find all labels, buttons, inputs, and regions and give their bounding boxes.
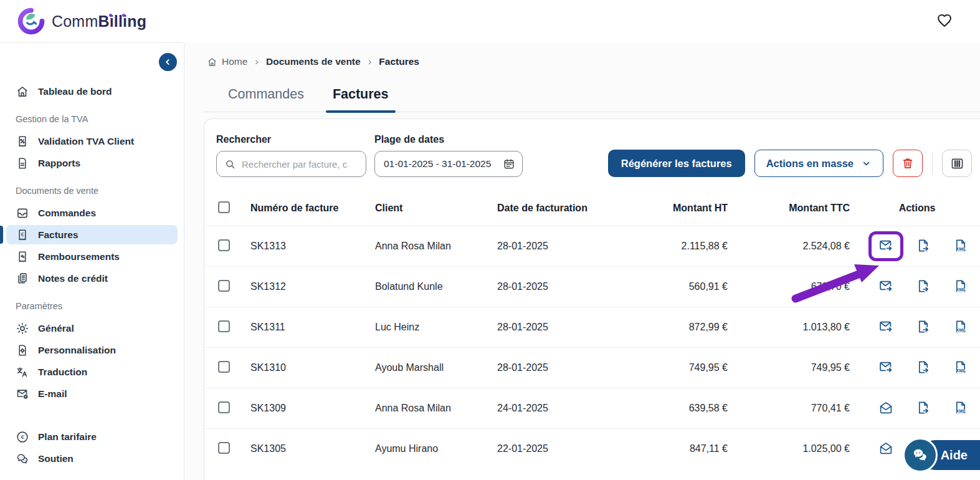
column-settings-button[interactable] [942, 150, 972, 177]
date-range-input[interactable]: 01-01-2025 - 31-01-2025 [374, 151, 523, 177]
sidebar-section-parametres: Paramètres [16, 301, 168, 314]
sidebar-item-plan-tarifaire[interactable]: €Plan tarifaire [6, 427, 178, 446]
breadcrumb-factures[interactable]: Factures [379, 56, 419, 67]
export-invoice-button[interactable] [913, 236, 934, 257]
sidebar-item-notes-de-credit[interactable]: Notes de crédit [6, 269, 178, 288]
send-invoice-email-button[interactable] [875, 438, 897, 459]
export-invoice-button[interactable] [913, 317, 934, 338]
row-actions: XML [850, 357, 980, 378]
row-checkbox[interactable] [218, 442, 230, 454]
invoice-date-cell: 28-01-2025 [497, 362, 647, 373]
file-export-icon [916, 400, 931, 417]
sidebar-item-validation-tva-client[interactable]: Validation TVA Client [6, 132, 178, 151]
top-bar: CommBilling [0, 0, 980, 42]
file-export-icon [916, 319, 931, 336]
row-checkbox[interactable] [218, 239, 230, 251]
row-checkbox-cell [218, 239, 250, 254]
amount-ttc-cell: 1.025,00 € [728, 443, 850, 454]
delete-selected-button[interactable] [893, 150, 923, 177]
row-actions: XML [850, 236, 980, 257]
download-xml-button[interactable]: XML [950, 276, 971, 297]
invoice-date-cell: 28-01-2025 [497, 241, 647, 252]
app-logo[interactable]: CommBilling [17, 7, 146, 35]
download-xml-button[interactable]: XML [950, 357, 971, 378]
row-checkbox[interactable] [218, 401, 230, 413]
euro-circle-icon: € [16, 430, 29, 444]
client-cell: Anna Rosa Milan [375, 241, 497, 252]
sidebar-item-factures[interactable]: €Factures [6, 225, 178, 244]
date-range-label: Plage de dates [374, 134, 523, 145]
mail-open-icon [878, 441, 893, 458]
help-chat-button[interactable] [903, 438, 938, 473]
mail-open-icon [878, 400, 893, 417]
amount-ht-cell: 639,58 € [647, 403, 728, 414]
mail-send-icon [878, 279, 893, 295]
sidebar-section-gestion-de-la-tva: Gestion de la TVA [16, 114, 168, 127]
sidebar-item-e-mail[interactable]: E-mail [6, 384, 178, 403]
header-checkbox-cell [218, 201, 250, 216]
copy-icon [16, 272, 29, 286]
file-export-icon [916, 360, 931, 377]
send-invoice-email-button[interactable] [875, 317, 897, 338]
sidebar-item-personnalisation[interactable]: Personnalisation [6, 340, 178, 360]
row-checkbox[interactable] [218, 320, 230, 332]
sidebar-item-traduction[interactable]: Traduction [6, 362, 178, 382]
sidebar-item-general[interactable]: Général [6, 319, 178, 338]
column-header-date-de-facturation: Date de facturation [497, 203, 647, 214]
row-checkbox[interactable] [218, 361, 230, 373]
column-header-montant-ht: Montant HT [647, 203, 728, 214]
document-icon [16, 156, 29, 170]
send-invoice-email-button[interactable] [875, 357, 897, 378]
amount-ttc-cell: 770,41 € [728, 403, 850, 414]
breadcrumb-documents-de-vente[interactable]: Documents de vente [266, 56, 361, 67]
invoice-date-cell: 24-01-2025 [497, 403, 647, 414]
xml-file-icon: XML [953, 319, 968, 336]
table-row: SK1313Anna Rosa Milan28-01-20252.115,88 … [204, 226, 980, 266]
table-row: SK1311Luc Heinz28-01-2025872,99 €1.013,8… [204, 307, 980, 347]
sidebar-item-remboursements[interactable]: Remboursements [6, 247, 178, 266]
bulk-actions-button[interactable]: Actions en masse [754, 150, 883, 177]
main-content: Home›Documents de vente›Factures Command… [184, 42, 980, 480]
export-invoice-button[interactable] [913, 398, 934, 419]
table-row: SK1305Ayumu Hirano22-01-2025847,11 €1.02… [204, 428, 980, 469]
sidebar-item-rapports[interactable]: Rapports [6, 153, 178, 173]
sidebar-item-soutien[interactable]: Soutien [6, 449, 178, 468]
favorite-button[interactable] [935, 12, 954, 31]
send-invoice-email-button[interactable] [875, 276, 897, 297]
amount-ht-cell: 749,95 € [647, 362, 728, 373]
download-xml-button[interactable]: XML [950, 398, 971, 419]
trash-icon [901, 156, 915, 170]
svg-text:XML: XML [956, 408, 966, 414]
amount-ttc-cell: 749,95 € [728, 362, 850, 373]
invoices-panel: Rechercher Plage de dates 01-01-2025 - 3… [204, 118, 980, 480]
file-export-icon [916, 238, 931, 255]
send-invoice-email-button[interactable] [875, 398, 897, 419]
row-checkbox-cell [218, 280, 250, 294]
export-invoice-button[interactable] [913, 276, 934, 297]
row-checkbox[interactable] [218, 280, 230, 292]
download-xml-button[interactable]: XML [950, 317, 971, 338]
receipt-euro-icon: € [16, 228, 29, 242]
send-invoice-email-button[interactable] [875, 236, 897, 257]
regenerate-invoices-button[interactable]: Régénérer les factures [608, 150, 745, 177]
client-cell: Ayumu Hirano [375, 443, 497, 454]
sidebar-item-tableau-de-bord[interactable]: Tableau de bord [6, 82, 178, 101]
export-invoice-button[interactable] [913, 357, 934, 378]
download-xml-button[interactable]: XML [950, 236, 971, 257]
svg-text:XML: XML [956, 287, 966, 292]
breadcrumb-home[interactable]: Home [207, 56, 247, 67]
tab-commandes[interactable]: Commandes [228, 87, 304, 112]
invoice-number-cell: SK1310 [250, 362, 375, 373]
search-input[interactable] [242, 159, 359, 170]
select-all-checkbox[interactable] [218, 201, 230, 213]
sidebar-item-commandes[interactable]: Commandes [6, 203, 178, 223]
row-checkbox-cell [218, 442, 250, 456]
client-cell: Ayoub Marshall [375, 362, 497, 373]
invoice-number-cell: SK1312 [250, 281, 375, 292]
tab-factures[interactable]: Factures [333, 87, 389, 112]
svg-text:XML: XML [956, 327, 966, 333]
xml-file-icon: XML [953, 400, 968, 417]
svg-text:€: € [21, 231, 24, 238]
inbox-icon [16, 206, 29, 220]
invoice-date-cell: 22-01-2025 [497, 443, 647, 454]
